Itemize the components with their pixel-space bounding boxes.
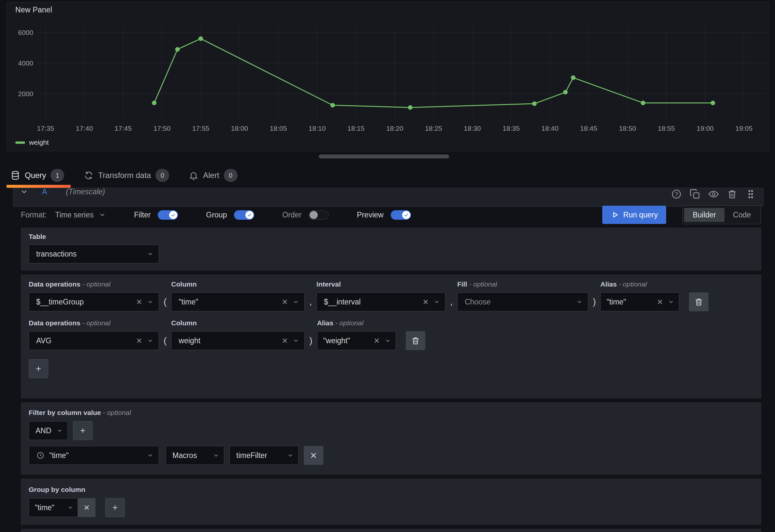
query-row-header[interactable]: A (Timescale) ? [13, 188, 764, 207]
alias-label: Alias - optional [600, 281, 679, 288]
tab-query[interactable]: Query 1 [7, 165, 71, 188]
clear-icon[interactable] [422, 298, 430, 306]
table-section: Table transactions [21, 227, 761, 271]
svg-text:18:10: 18:10 [308, 124, 326, 132]
drag-handle-icon[interactable] [745, 189, 756, 199]
preview-toggle-group: Preview [357, 210, 411, 220]
svg-text:19:00: 19:00 [696, 124, 714, 132]
chevron-down-icon [147, 338, 153, 344]
remove-group-by-button[interactable] [78, 498, 95, 517]
help-icon[interactable]: ? [671, 189, 682, 199]
clock-icon [36, 451, 45, 460]
svg-text:18:00: 18:00 [231, 124, 248, 132]
group-by-label: Group by column [29, 486, 753, 494]
toggle-knob [245, 211, 253, 219]
filter-section-label: Filter by column value - optional [29, 409, 753, 417]
chevron-down-icon [147, 299, 153, 305]
filter-toggle[interactable] [158, 210, 178, 220]
query-datasource: (Timescale) [66, 188, 105, 196]
interval-select[interactable]: $__interval [316, 293, 446, 311]
svg-text:18:40: 18:40 [541, 124, 559, 132]
chevron-down-icon [434, 299, 440, 305]
order-toggle[interactable] [308, 210, 329, 220]
eye-icon[interactable] [708, 189, 719, 199]
clear-icon[interactable] [135, 298, 143, 306]
remove-expression-button[interactable] [406, 331, 425, 350]
svg-text:18:35: 18:35 [503, 124, 520, 132]
clear-icon[interactable] [135, 337, 143, 345]
svg-text:6000: 6000 [18, 29, 33, 36]
table-select[interactable]: transactions [29, 244, 159, 263]
add-group-by-button[interactable]: + [105, 498, 125, 517]
code-mode-button[interactable]: Code [725, 208, 759, 222]
remove-filter-button[interactable] [304, 446, 323, 465]
filter-toggle-group: Filter [134, 210, 178, 220]
builder-mode-button[interactable]: Builder [684, 208, 725, 222]
alias-select[interactable]: "weight" [317, 331, 396, 350]
group-toggle[interactable] [234, 210, 254, 220]
filter-field-select[interactable]: "time" [29, 446, 159, 465]
column-select[interactable]: weight [171, 331, 305, 350]
format-select[interactable]: Time series [55, 210, 106, 219]
tab-transform-data[interactable]: Transform data 0 [80, 165, 176, 188]
chevron-down-icon [147, 251, 153, 257]
preview-toggle[interactable] [391, 210, 411, 220]
group-by-section: Group by column "time" + [21, 479, 761, 525]
tab-query-label: Query [25, 171, 46, 180]
fill-select[interactable]: Choose [457, 293, 588, 311]
chevron-down-icon [67, 504, 74, 511]
column-select[interactable]: "time" [171, 293, 305, 311]
data-operations-section: Data operations - optional $__timeGroup … [21, 275, 761, 398]
timeseries-panel: New Panel 17:3517:4017:4517:5017:5518:00… [7, 2, 769, 151]
alias-select[interactable]: "time" [600, 293, 679, 311]
chart-canvas[interactable]: 17:3517:4017:4517:5017:5518:0018:0518:10… [7, 2, 769, 151]
group-by-column-select[interactable]: "time" [29, 498, 78, 517]
svg-text:18:25: 18:25 [425, 124, 442, 132]
legend-item[interactable]: weight [15, 138, 49, 146]
trash-icon[interactable] [727, 189, 738, 199]
filter-macro-value-select[interactable]: timeFilter [229, 446, 298, 465]
filter-macros-select[interactable]: Macros [165, 446, 224, 465]
svg-text:4000: 4000 [18, 59, 33, 67]
comma: , [446, 293, 457, 311]
editor-mode-switch: Builder Code [682, 205, 761, 224]
svg-text:18:50: 18:50 [619, 124, 636, 132]
collapse-chevron-icon[interactable] [20, 188, 28, 196]
add-filter-button[interactable]: + [73, 421, 93, 440]
clear-icon[interactable] [281, 337, 289, 345]
remove-expression-button[interactable] [689, 293, 709, 311]
select-row-2: Data operations - optional AVG ( Column … [29, 319, 753, 350]
legend-series-label: weight [29, 138, 49, 146]
filter-condition-row: "time" Macros timeFilter [29, 446, 753, 465]
paren-close: ) [305, 331, 317, 350]
close-icon [309, 451, 318, 460]
add-expression-button[interactable]: + [29, 359, 48, 378]
panel-resize-handle[interactable] [319, 154, 449, 158]
data-operations-label: Data operations - optional [29, 319, 159, 327]
chevron-down-icon [668, 299, 674, 305]
query-ref-id: A [42, 188, 47, 196]
column-label: Column [171, 281, 305, 288]
query-options-toolbar: Format: Time series Filter Group Order P… [21, 205, 761, 224]
clear-icon[interactable] [656, 298, 664, 306]
chevron-down-icon [293, 299, 299, 305]
filter-operator-select[interactable]: AND [29, 421, 68, 440]
play-icon [611, 210, 619, 219]
tab-alert[interactable]: Alert 0 [185, 165, 244, 188]
paren-open: ( [159, 331, 171, 350]
clear-icon[interactable] [281, 298, 289, 306]
run-query-button[interactable]: Run query [602, 206, 666, 224]
group-by-column-control: "time" [29, 498, 95, 517]
svg-text:18:05: 18:05 [270, 124, 287, 132]
column-label: Column [171, 319, 305, 327]
duplicate-icon[interactable] [690, 189, 700, 199]
next-section-partial [21, 529, 761, 532]
group-toggle-label: Group [206, 210, 227, 219]
chevron-down-icon [576, 299, 583, 305]
data-operation-select[interactable]: AVG [29, 331, 159, 350]
close-icon [83, 504, 91, 511]
clear-icon[interactable] [373, 337, 380, 345]
tab-transform-label: Transform data [98, 171, 151, 180]
data-operation-select[interactable]: $__timeGroup [29, 293, 159, 311]
active-tab-indicator [7, 185, 71, 188]
